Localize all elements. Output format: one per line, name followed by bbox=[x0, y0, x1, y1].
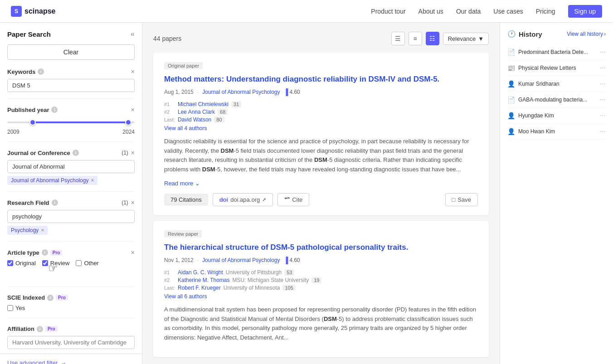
year-thumb-right[interactable] bbox=[125, 119, 131, 126]
journal-selected-tag[interactable]: Journal of Abnormal Psychology × bbox=[7, 176, 97, 185]
read-more-1[interactable]: Read more ⌄ bbox=[164, 180, 478, 187]
research-field-selected-tag[interactable]: Psychology × bbox=[7, 226, 48, 235]
history-title-group: 🕐 History bbox=[507, 30, 542, 38]
author-name-2-3[interactable]: Robert F. Krueger bbox=[178, 285, 221, 291]
author-name-1-1[interactable]: Michael Chmielewski bbox=[178, 101, 229, 107]
author-affil-2-3: University of Minnesota bbox=[224, 285, 280, 291]
paper-journal-2[interactable]: Journal of Abnormal Psychology bbox=[202, 257, 280, 263]
view-all-authors-1[interactable]: View all 4 authors bbox=[164, 125, 207, 131]
history-item-1[interactable]: 📄 Predominant Bacteria Dete... ··· bbox=[507, 44, 606, 60]
article-type-info-icon[interactable]: i bbox=[42, 249, 48, 256]
nav-links: Product tour About us Our data Use cases… bbox=[371, 5, 602, 18]
author-affil-2-2: MSU: Michigan State University bbox=[233, 277, 309, 283]
results-header: 44 papers ☰ ≡ ☷ Relevance ▼ bbox=[153, 32, 489, 45]
keywords-info-icon[interactable]: i bbox=[38, 68, 44, 75]
paper-title-2[interactable]: The hierarchical structure of DSM-5 path… bbox=[164, 242, 478, 253]
paper-type-1: Original paper bbox=[164, 62, 203, 69]
research-field-tag-remove[interactable]: × bbox=[41, 227, 44, 233]
doi-button-1[interactable]: doi doi.apa.org ➚ bbox=[213, 193, 273, 206]
view-all-history-link[interactable]: View all history › bbox=[567, 31, 606, 37]
other-checkbox-input[interactable] bbox=[76, 260, 82, 266]
journal-input[interactable] bbox=[7, 160, 135, 173]
history-more-5[interactable]: ··· bbox=[600, 112, 606, 120]
research-field-close-icon[interactable]: × bbox=[131, 199, 135, 206]
citations-button-1[interactable]: 79 Citations bbox=[164, 194, 208, 206]
journal-close-icon[interactable]: × bbox=[131, 149, 135, 156]
history-more-6[interactable]: ··· bbox=[600, 127, 606, 136]
author-name-1-3[interactable]: David Watson bbox=[178, 116, 211, 123]
view-all-authors-2[interactable]: View all 6 authors bbox=[164, 293, 207, 300]
article-type-close-icon[interactable]: × bbox=[131, 249, 135, 256]
history-item-5[interactable]: 👤 Hyungdae Kim ··· bbox=[507, 108, 606, 124]
history-clock-icon: 🕐 bbox=[507, 30, 516, 38]
research-field-info-icon[interactable]: i bbox=[52, 199, 58, 206]
journal-info-icon[interactable]: i bbox=[73, 150, 79, 156]
doi-logo: doi bbox=[219, 196, 229, 203]
article-type-checkboxes: Original Review Other bbox=[7, 260, 135, 267]
advanced-filter-button[interactable]: Use advanced filter → bbox=[0, 354, 142, 364]
sort-arrow-icon: ▼ bbox=[478, 35, 484, 42]
author-name-2-2[interactable]: Katherine M. Thomas bbox=[178, 277, 230, 283]
history-item-2[interactable]: 📰 Physical Review Letters ··· bbox=[507, 60, 606, 76]
scie-info-icon[interactable]: i bbox=[47, 295, 54, 301]
review-checkbox[interactable]: Review bbox=[42, 260, 70, 267]
history-item-3[interactable]: 👤 Kumar Sridharan ··· bbox=[507, 76, 606, 92]
journal-tag-text: Journal of Abnormal Psychology bbox=[11, 177, 88, 184]
paper-journal-1[interactable]: Journal of Abnormal Psychology bbox=[202, 89, 280, 95]
keywords-close-icon[interactable]: × bbox=[131, 68, 135, 75]
sidebar-title: Paper Search bbox=[7, 30, 51, 38]
other-checkbox[interactable]: Other bbox=[76, 260, 99, 267]
history-text-5: Hyungdae Kim bbox=[518, 112, 554, 119]
published-year-section: Published year i × 2009 2024 bbox=[7, 106, 135, 142]
logo[interactable]: S scinapse bbox=[11, 6, 55, 17]
view-detailed-button[interactable]: ☷ bbox=[426, 32, 439, 45]
history-item-6[interactable]: 👤 Moo Hwan Kim ··· bbox=[507, 124, 606, 140]
review-checkbox-input[interactable] bbox=[42, 260, 48, 266]
history-item-4[interactable]: 📄 GABA-modulating bacteria... ··· bbox=[507, 92, 606, 108]
nav-pricing[interactable]: Pricing bbox=[536, 8, 555, 15]
original-checkbox-input[interactable] bbox=[7, 260, 13, 266]
nav-about-us[interactable]: About us bbox=[418, 8, 443, 15]
affiliation-info-icon[interactable]: i bbox=[37, 326, 43, 332]
sidebar-collapse-icon[interactable]: « bbox=[131, 30, 135, 38]
nav-signup-button[interactable]: Sign up bbox=[568, 5, 602, 18]
scie-yes-input[interactable] bbox=[7, 305, 13, 311]
save-button-1[interactable]: □ Save bbox=[445, 193, 478, 206]
keywords-input[interactable] bbox=[7, 79, 135, 92]
sort-dropdown[interactable]: Relevance ▼ bbox=[443, 33, 489, 45]
history-more-1[interactable]: ··· bbox=[600, 48, 606, 56]
sidebar-header: Paper Search « bbox=[7, 30, 135, 38]
view-compact-button[interactable]: ☰ bbox=[391, 32, 405, 45]
affiliation-input[interactable] bbox=[7, 336, 135, 349]
view-controls: ☰ ≡ ☷ Relevance ▼ bbox=[391, 32, 489, 45]
nav-our-data[interactable]: Our data bbox=[456, 8, 481, 15]
clear-button[interactable]: Clear bbox=[7, 44, 135, 60]
view-all-arrow-icon: › bbox=[604, 31, 606, 37]
author-name-2-1[interactable]: Aidan G. C. Wright bbox=[178, 269, 223, 276]
research-field-input[interactable] bbox=[7, 210, 135, 223]
paper-card-1: Original paper Method matters: Understan… bbox=[153, 53, 489, 215]
year-info-icon[interactable]: i bbox=[51, 107, 58, 113]
history-doc-icon-1: 📄 bbox=[507, 49, 515, 56]
history-more-3[interactable]: ··· bbox=[600, 80, 606, 88]
original-checkbox[interactable]: Original bbox=[7, 260, 36, 267]
history-author-icon-6: 👤 bbox=[507, 128, 515, 135]
author-name-1-2[interactable]: Lee Anna Clark bbox=[178, 109, 215, 115]
year-range-slider[interactable] bbox=[7, 118, 135, 127]
history-title: History bbox=[519, 30, 542, 38]
history-more-4[interactable]: ··· bbox=[600, 96, 606, 104]
year-close-icon[interactable]: × bbox=[131, 106, 135, 113]
year-thumb-left[interactable] bbox=[29, 119, 36, 126]
authors-list-1: #1 Michael Chmielewski 31 #2 Lee Anna Cl… bbox=[164, 101, 478, 131]
history-more-2[interactable]: ··· bbox=[600, 64, 606, 72]
main-layout: Paper Search « Clear Keywords i × Publis… bbox=[0, 23, 613, 364]
nav-use-cases[interactable]: Use cases bbox=[493, 8, 523, 15]
view-list-button[interactable]: ≡ bbox=[409, 32, 422, 45]
scie-yes-checkbox[interactable]: Yes bbox=[7, 305, 135, 311]
cite-button-1[interactable]: ❝❞ Cite bbox=[277, 193, 309, 206]
advanced-filter-arrow: → bbox=[60, 359, 66, 364]
nav-product-tour[interactable]: Product tour bbox=[371, 8, 405, 15]
authors-list-2: #1 Aidan G. C. Wright University of Pitt… bbox=[164, 269, 478, 300]
journal-tag-remove[interactable]: × bbox=[91, 177, 94, 184]
paper-title-1[interactable]: Method matters: Understanding diagnostic… bbox=[164, 74, 478, 85]
